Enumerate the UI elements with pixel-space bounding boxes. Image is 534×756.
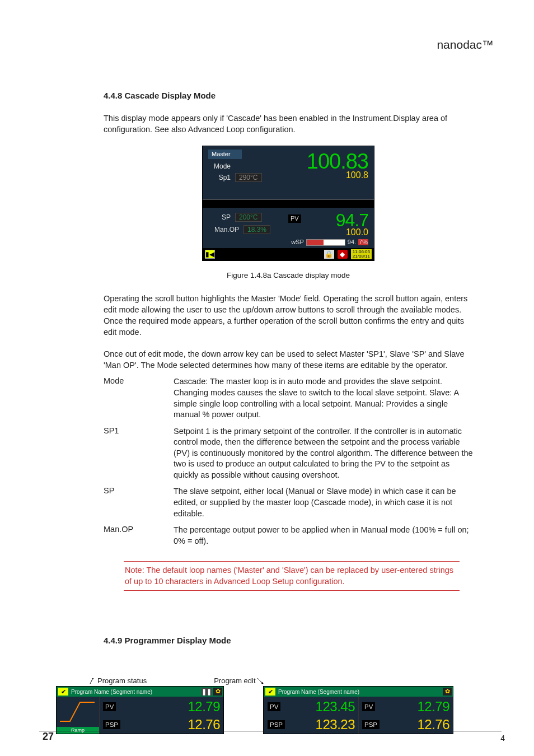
section-448-p2: Once out of edit mode, the down arrow ke… <box>104 348 473 371</box>
def-desc: The slave setpoint, either local (Manual… <box>174 486 473 519</box>
slave-sp-value: 100.0 <box>289 228 368 237</box>
manop-label: Man.OP <box>208 226 239 233</box>
sp-label: SP <box>208 214 231 221</box>
manop-value: 18.3% <box>243 225 270 234</box>
program-edit-label: Program edit <box>214 676 263 685</box>
ramp-icon <box>58 698 97 724</box>
page-number-left: 27 <box>43 731 54 743</box>
def-term: SP <box>104 486 174 519</box>
slave-pv-value: 94.7 <box>289 211 368 229</box>
psp-label: PSP <box>103 720 120 729</box>
mode-label: Mode <box>208 163 231 170</box>
section-448-intro: This display mode appears only if 'Casca… <box>104 113 473 136</box>
psp-value: 123.23 <box>316 717 355 732</box>
status-time: 11:06:0321/08/11 <box>351 249 372 259</box>
psp-value: 12.76 <box>188 717 220 732</box>
def-term: Man.OP <box>104 525 174 547</box>
pv-label: PV <box>103 702 116 711</box>
program-name: Program Name (Segment name) <box>70 689 200 695</box>
programmer-figures: Program status Program edit ✔ Program Na… <box>56 676 500 734</box>
gear-icon: ✿ <box>443 688 452 696</box>
def-term: SP1 <box>104 426 174 481</box>
status-lock-icon: 🔒 <box>324 250 334 259</box>
note-box: Note: The default loop names ('Master' a… <box>124 561 460 591</box>
program-status-label: Program status <box>90 676 147 685</box>
status-run-icon: ▮◀ <box>205 250 215 259</box>
psp-label: PSP <box>268 720 285 729</box>
sp1-value: 290°C <box>235 173 262 182</box>
run-status-icon: ✔ <box>58 688 68 696</box>
ramp-label: Ramp <box>57 727 99 734</box>
programmer-fig-left: ✔ Program Name (Segment name) ❚❚ ✿ Ramp … <box>56 686 224 734</box>
sp-value: 200°C <box>235 213 262 222</box>
definitions-list: ModeCascade: The master loop is in auto … <box>104 376 473 547</box>
figure-caption: Figure 1.4.8a Cascade display mode <box>104 271 473 279</box>
pv-label: PV <box>268 702 280 711</box>
status-alarm-icon: ◆ <box>338 250 348 259</box>
wsp-value: 94. <box>348 239 356 245</box>
section-448-p1: Operating the scroll button highlights t… <box>104 293 473 338</box>
main-content: 4.4.8 Cascade Display Mode This display … <box>104 91 473 657</box>
pv-value: 12.79 <box>417 699 449 715</box>
cascade-figure: Master Mode Sp1 290°C 100.83 100.8 SP 20… <box>202 146 374 261</box>
header-brand: nanodac™ <box>437 38 494 52</box>
status-bar: ▮◀ 🔒 ◆ 11:06:0321/08/11 <box>203 248 374 260</box>
def-desc: Cascade: The master loop is in auto mode… <box>174 376 473 420</box>
def-desc: Setpoint 1 is the primary setpoint of th… <box>174 426 473 481</box>
psp-value: 12.76 <box>417 717 449 732</box>
pv-label: PV <box>288 214 301 223</box>
psp-label: PSP <box>362 720 380 729</box>
def-term: Mode <box>104 376 174 420</box>
section-448-title: 4.4.8 Cascade Display Mode <box>104 91 473 100</box>
sp1-label: Sp1 <box>208 174 231 181</box>
pause-icon: ❚❚ <box>202 688 212 696</box>
wsp-label: wSP <box>291 239 304 245</box>
page-number-right-fragment: 4 <box>500 734 505 743</box>
pv-label: PV <box>362 702 375 711</box>
master-label: Master <box>208 150 242 159</box>
run-status-icon: ✔ <box>265 688 275 696</box>
def-desc: The percentage output power to be applie… <box>174 525 473 547</box>
gear-icon: ✿ <box>213 688 222 696</box>
master-pv-value: 100.83 <box>289 151 368 172</box>
wsp-pct: 7% <box>358 239 368 245</box>
page-divider <box>39 731 502 731</box>
program-name: Program Name (Segment name) <box>277 689 443 695</box>
pv-value: 123.45 <box>316 699 355 715</box>
section-449-title: 4.4.9 Programmer Display Mode <box>104 636 473 645</box>
pv-value: 12.79 <box>188 699 220 715</box>
programmer-fig-right: ✔ Program Name (Segment name) ✿ PV 123.4… <box>263 686 453 734</box>
